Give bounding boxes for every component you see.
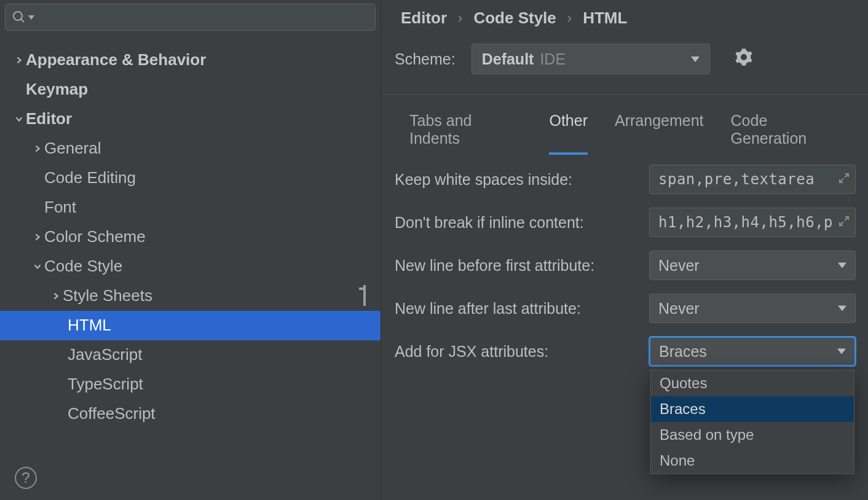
svg-line-1 xyxy=(21,19,24,22)
tree-coffeescript[interactable]: CoffeeScript xyxy=(0,399,381,429)
dropdown-value: Never xyxy=(658,300,700,318)
search-history-caret-icon[interactable] xyxy=(28,15,34,20)
tree-label: HTML xyxy=(68,316,111,335)
input-value: span,pre,textarea xyxy=(658,171,815,188)
dropdown-option-braces[interactable]: Braces xyxy=(651,396,854,422)
tree-label: Code Style xyxy=(44,257,122,276)
help-button[interactable]: ? xyxy=(15,467,37,489)
svg-point-0 xyxy=(14,12,22,20)
label-nl-before: New line before first attribute: xyxy=(395,257,639,275)
overflow-indicator-icon xyxy=(363,286,366,305)
label-dont-break: Don't break if inline content: xyxy=(395,214,639,232)
dropdown-jsx-attrs[interactable]: Braces Quotes Braces Based on type None xyxy=(649,337,856,366)
search-input[interactable] xyxy=(34,9,369,26)
scheme-dropdown[interactable]: Default IDE xyxy=(471,44,710,74)
search-field[interactable] xyxy=(5,4,376,31)
row-jsx-attrs: Add for JSX attributes: Braces Quotes Br… xyxy=(395,337,856,366)
tree-html[interactable]: HTML xyxy=(0,311,381,340)
tree-label: General xyxy=(44,139,101,158)
dropdown-nl-before[interactable]: Never xyxy=(649,251,856,280)
scheme-scope: IDE xyxy=(540,50,566,68)
tab-code-generation[interactable]: Code Generation xyxy=(731,112,843,155)
tree-label: Editor xyxy=(26,109,72,128)
row-keep-whitespaces: Keep white spaces inside: span,pre,texta… xyxy=(395,165,856,194)
tree-editor[interactable]: Editor xyxy=(0,104,381,134)
dropdown-value: Never xyxy=(658,257,700,275)
tree-label: Code Editing xyxy=(44,168,136,187)
chevron-down-icon xyxy=(31,262,44,271)
chevron-right-icon xyxy=(49,292,63,300)
scheme-label: Scheme: xyxy=(395,50,456,68)
tree-label: Style Sheets xyxy=(63,286,152,305)
chevron-down-icon xyxy=(838,306,846,311)
chevron-right-icon xyxy=(31,144,44,153)
dropdown-nl-after[interactable]: Never xyxy=(649,294,856,323)
breadcrumbs: Editor › Code Style › HTML xyxy=(381,0,868,28)
search-icon xyxy=(12,10,26,25)
crumb-html[interactable]: HTML xyxy=(583,9,627,28)
input-value: h1,h2,h3,h4,h5,h6,p xyxy=(658,214,833,231)
input-keep-whitespaces[interactable]: span,pre,textarea xyxy=(649,165,856,194)
chevron-down-icon xyxy=(838,263,846,268)
tree-javascript[interactable]: JavaScript xyxy=(0,340,381,370)
row-nl-after: New line after last attribute: Never xyxy=(395,294,856,323)
tree-style-sheets[interactable]: Style Sheets xyxy=(0,281,381,311)
tree-label: Appearance & Behavior xyxy=(26,50,206,69)
row-dont-break: Don't break if inline content: h1,h2,h3,… xyxy=(395,208,856,237)
chevron-down-icon xyxy=(12,115,26,123)
tree-color-scheme[interactable]: Color Scheme xyxy=(0,222,381,252)
tree-label: Font xyxy=(44,198,76,217)
tabs: Tabs and Indents Other Arrangement Code … xyxy=(381,95,868,155)
tree-label: JavaScript xyxy=(68,345,142,364)
dropdown-option-based-on-type[interactable]: Based on type xyxy=(651,422,854,448)
expand-icon[interactable] xyxy=(838,214,850,231)
expand-icon[interactable] xyxy=(838,171,850,188)
dropdown-option-quotes[interactable]: Quotes xyxy=(651,370,854,396)
tree-font[interactable]: Font xyxy=(0,193,381,222)
tab-tabs-and-indents[interactable]: Tabs and Indents xyxy=(409,112,522,155)
help-icon: ? xyxy=(22,469,30,486)
tree-code-editing[interactable]: Code Editing xyxy=(0,163,381,193)
tree-label: TypeScript xyxy=(68,375,143,394)
tree-appearance-behavior[interactable]: Appearance & Behavior xyxy=(0,45,381,75)
scheme-name: Default xyxy=(482,50,534,68)
dropdown-value: Braces xyxy=(659,343,707,361)
chevron-down-icon xyxy=(691,57,700,62)
dropdown-popup: Quotes Braces Based on type None xyxy=(650,370,854,474)
tree-code-style[interactable]: Code Style xyxy=(0,252,381,281)
breadcrumb-sep-icon: › xyxy=(458,10,462,26)
tree-typescript[interactable]: TypeScript xyxy=(0,370,381,399)
form: Keep white spaces inside: span,pre,texta… xyxy=(381,155,868,366)
label-jsx-attrs: Add for JSX attributes: xyxy=(395,343,639,361)
tree-general[interactable]: General xyxy=(0,134,381,163)
crumb-editor[interactable]: Editor xyxy=(401,9,447,28)
chevron-right-icon xyxy=(12,56,26,64)
label-nl-after: New line after last attribute: xyxy=(395,300,639,318)
tab-other[interactable]: Other xyxy=(549,112,588,155)
tree-label: Color Scheme xyxy=(44,227,146,246)
settings-window: Appearance & Behavior Keymap Editor Gene… xyxy=(0,0,868,500)
settings-tree: Appearance & Behavior Keymap Editor Gene… xyxy=(0,34,381,500)
tree-keymap[interactable]: Keymap xyxy=(0,75,381,104)
dropdown-option-none[interactable]: None xyxy=(651,448,854,474)
tree-label: CoffeeScript xyxy=(68,404,156,423)
gear-icon xyxy=(735,48,753,66)
scheme-row: Scheme: Default IDE xyxy=(381,28,868,74)
scheme-actions-button[interactable] xyxy=(735,48,753,70)
chevron-down-icon xyxy=(837,349,846,354)
sidebar: Appearance & Behavior Keymap Editor Gene… xyxy=(0,0,381,500)
tree-label: Keymap xyxy=(26,80,88,99)
main-panel: Editor › Code Style › HTML Scheme: Defau… xyxy=(381,0,868,500)
chevron-right-icon xyxy=(31,233,44,241)
crumb-code-style[interactable]: Code Style xyxy=(473,9,556,28)
tab-arrangement[interactable]: Arrangement xyxy=(615,112,704,155)
row-nl-before: New line before first attribute: Never xyxy=(395,251,856,280)
breadcrumb-sep-icon: › xyxy=(567,10,572,26)
search-wrap xyxy=(0,0,381,34)
input-dont-break[interactable]: h1,h2,h3,h4,h5,h6,p xyxy=(649,208,856,237)
label-keep-whitespaces: Keep white spaces inside: xyxy=(395,171,639,189)
